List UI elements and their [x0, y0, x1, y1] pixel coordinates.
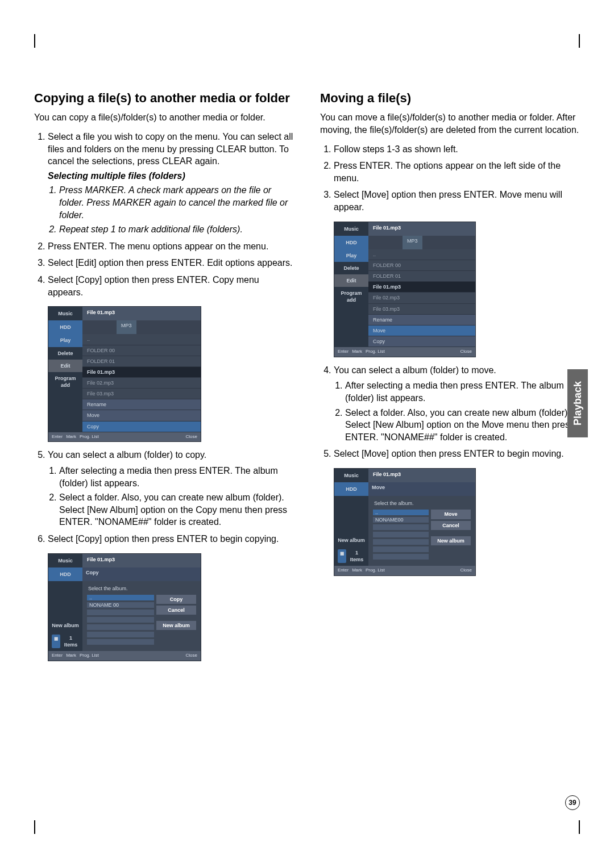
- ui3-row-folder00: FOLDER 00: [368, 260, 475, 271]
- ui4-row-up: ..: [373, 510, 429, 515]
- left-column: Copying a file(s) to another media or fo…: [34, 91, 294, 668]
- ui2-btn-new: New album: [156, 621, 196, 630]
- square-icon: ◼: [52, 635, 60, 648]
- ui4-btn-cancel: Cancel: [431, 521, 471, 530]
- ui-side-edit: Edit: [48, 360, 82, 372]
- ui-row-file1: File 01.mp3: [82, 367, 201, 378]
- ui3-mp3-label: MP3: [403, 236, 422, 249]
- intro-move: You can move a file(s)/folder(s) to anot…: [320, 111, 580, 136]
- move-step-4b: Select a folder. Also, you can create ne…: [345, 407, 580, 444]
- copy-step-5a: After selecting a media then press ENTER…: [59, 465, 294, 489]
- copy-step-6: Select [Copy] option then press ENTER to…: [48, 533, 294, 545]
- ui2-foot-mark: Mark: [66, 653, 76, 659]
- ui2-row-up: ..: [87, 595, 154, 600]
- ui3-hdd-label: HDD: [334, 236, 368, 249]
- ui3-row-file1: File 01.mp3: [368, 282, 475, 293]
- ui3-side-program: Program add: [334, 287, 368, 306]
- cropmark-bl: [34, 820, 35, 834]
- ui2-row-empty2: [87, 617, 154, 623]
- ui4-hdd-label: HDD: [334, 482, 368, 496]
- right-column: Moving a file(s) You can move a file(s)/…: [320, 91, 580, 668]
- ui-foot-mark: Mark: [66, 434, 76, 440]
- ui2-btn-copy: Copy: [156, 595, 196, 604]
- ui3-side-play: Play: [334, 249, 368, 262]
- ui-hdd-label: HDD: [48, 320, 82, 334]
- ui4-foot-enter: Enter: [338, 567, 349, 574]
- page-body: Copying a file(s) to another media or fo…: [34, 91, 580, 668]
- ui-foot-enter: Enter: [52, 434, 63, 440]
- ui3-file-header: File 01.mp3: [368, 222, 475, 236]
- copy-step-5b: Select a folder. Also, you can create ne…: [59, 491, 294, 528]
- move-steps-cont: You can select a album (folder) to move.…: [320, 364, 580, 460]
- ui4-foot-close: Close: [460, 567, 472, 574]
- move-step-5: Select [Move] option then press ENTER to…: [334, 448, 580, 460]
- ui-row-folder00: FOLDER 00: [82, 345, 201, 356]
- ui4-title: Move: [368, 482, 475, 496]
- ui3-row-file2: File 02.mp3: [368, 293, 475, 303]
- ui4-row-empty3: [373, 539, 429, 545]
- ui-side-delete: Delete: [48, 347, 82, 360]
- move-step-4a: After selecting a media then press ENTER…: [345, 379, 580, 404]
- ui2-row-empty1: [87, 610, 154, 615]
- ui2-row-noname: NONAME 00: [87, 602, 154, 608]
- cropmark-br: [579, 820, 580, 834]
- ui3-row-up: ..: [368, 249, 475, 260]
- ui3-side-edit: Edit: [334, 274, 368, 287]
- ui4-items: 1 Items: [349, 549, 365, 563]
- copy-step-3: Select [Edit] option then press ENTER. E…: [48, 257, 294, 269]
- ui4-btn-move: Move: [431, 510, 471, 519]
- copy-steps-cont: You can select a album (folder) to copy.…: [34, 449, 294, 545]
- ui3-row-folder01: FOLDER 01: [368, 271, 475, 282]
- ui-side-program: Program add: [48, 372, 82, 391]
- ui4-row-noname: NONAME00: [373, 517, 429, 523]
- screenshot-copy-edit-menu: Music File 01.mp3 HDD MP3 Play Delete Ed…: [48, 306, 201, 442]
- ui-mp3-label: MP3: [117, 320, 136, 334]
- ui3-ctx-rename: Rename: [368, 315, 475, 326]
- ui-side-play: Play: [48, 334, 82, 347]
- copy-step-4: Select [Copy] option then press ENTER. C…: [48, 274, 294, 298]
- ui2-file-header: File 01.mp3: [82, 554, 201, 567]
- intro-copy: You can copy a file(s)/folder(s) to anot…: [34, 111, 294, 124]
- marker-steps: Press MARKER. A check mark appears on th…: [48, 184, 294, 235]
- ui-row-file2: File 02.mp3: [82, 378, 201, 389]
- ui4-side-new: New album: [334, 534, 368, 546]
- move-step-2: Press ENTER. The options appear on the l…: [334, 160, 580, 184]
- ui3-foot-prog: Prog. List: [366, 349, 385, 355]
- ui-row-file3: File 03.mp3: [82, 389, 201, 399]
- ui2-btn-cancel: Cancel: [156, 606, 196, 615]
- ui-row-folder01: FOLDER 01: [82, 356, 201, 367]
- ui4-foot-mark: Mark: [352, 567, 362, 574]
- ui3-foot-enter: Enter: [338, 349, 349, 355]
- copy-step-1-text: Select a file you wish to copy on the me…: [48, 132, 293, 166]
- heading-copy: Copying a file(s) to another media or fo…: [34, 91, 294, 106]
- ui4-music-label: Music: [334, 469, 368, 482]
- ui3-foot-close: Close: [460, 349, 472, 355]
- ui-foot-close: Close: [186, 434, 197, 440]
- screenshot-move-album-select: Music File 01.mp3 HDD Move New album ◼1 …: [334, 468, 476, 576]
- ui4-row-empty4: [373, 546, 429, 552]
- move-step-1: Follow steps 1-3 as shown left.: [334, 143, 580, 156]
- square-icon: ◼: [338, 549, 346, 563]
- screenshot-copy-album-select: Music File 01.mp3 HDD Copy New album ◼1 …: [48, 553, 201, 661]
- ui4-row-empty1: [373, 524, 429, 530]
- copy-step-2: Press ENTER. The menu options appear on …: [48, 240, 294, 253]
- copy-step-5: You can select a album (folder) to copy.…: [48, 449, 294, 528]
- move-steps: Follow steps 1-3 as shown left. Press EN…: [320, 143, 580, 214]
- ui4-caption: Select the album.: [371, 498, 473, 508]
- move-step-4-sub: After selecting a media then press ENTER…: [334, 379, 580, 443]
- heading-move: Moving a file(s): [320, 91, 580, 106]
- cropmark-tl: [34, 34, 35, 48]
- cropmark-tr: [579, 34, 580, 48]
- marker-step-1: Press MARKER. A check mark appears on th…: [59, 184, 294, 221]
- ui-ctx-move: Move: [82, 410, 201, 421]
- copy-step-5-sub: After selecting a media then press ENTER…: [48, 465, 294, 528]
- ui3-music-label: Music: [334, 222, 368, 236]
- ui4-row-empty2: [373, 532, 429, 537]
- marker-step-2: Repeat step 1 to mark additional file (f…: [59, 223, 294, 236]
- ui2-music-label: Music: [48, 554, 82, 567]
- ui3-row-file3: File 03.mp3: [368, 304, 475, 315]
- ui4-btn-new: New album: [431, 536, 471, 545]
- ui3-ctx-move: Move: [368, 326, 475, 336]
- ui2-items: 1 Items: [63, 635, 79, 648]
- ui2-title: Copy: [82, 567, 201, 581]
